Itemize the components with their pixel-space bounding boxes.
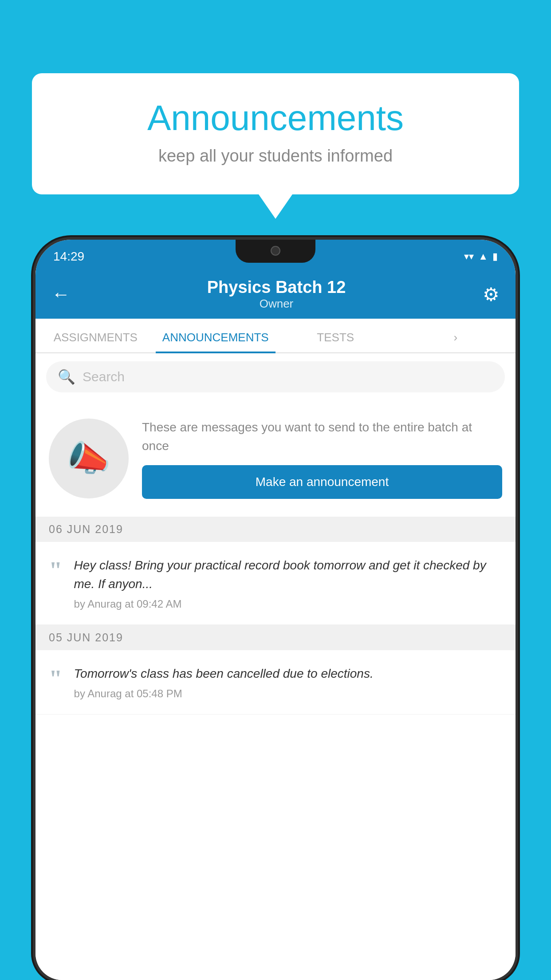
speech-bubble-title: Announcements (59, 98, 492, 138)
speech-bubble-subtitle: keep all your students informed (59, 146, 492, 166)
make-announcement-button[interactable]: Make an announcement (142, 465, 502, 499)
tabs-bar: ASSIGNMENTS ANNOUNCEMENTS TESTS › (35, 319, 516, 353)
announcement-text-area-2: Tomorrow's class has been cancelled due … (74, 664, 502, 700)
search-input-wrapper[interactable]: 🔍 Search (46, 361, 505, 392)
header-batch-name: Physics Batch 12 (70, 278, 483, 297)
search-bar-container: 🔍 Search (35, 353, 516, 400)
content-scroll-area[interactable]: 🔍 Search 📣 These are messages you want t… (35, 353, 516, 980)
quote-icon-2: " (49, 666, 63, 691)
phone-frame: 14:29 ▾▾ ▲ ▮ ← Physics Batch 12 Owner ⚙ … (35, 240, 516, 980)
tab-tests[interactable]: TESTS (276, 331, 396, 352)
announcement-text-area-1: Hey class! Bring your practical record b… (74, 556, 502, 610)
announcement-item-1: " Hey class! Bring your practical record… (35, 542, 516, 625)
megaphone-circle: 📣 (49, 419, 129, 498)
phone-inner: 14:29 ▾▾ ▲ ▮ ← Physics Batch 12 Owner ⚙ … (35, 240, 516, 980)
announcement-meta-1: by Anurag at 09:42 AM (74, 598, 502, 610)
tab-announcements[interactable]: ANNOUNCEMENTS (156, 331, 276, 352)
speech-bubble: Announcements keep all your students inf… (32, 73, 519, 194)
announcement-meta-2: by Anurag at 05:48 PM (74, 688, 502, 700)
announcement-promo: 📣 These are messages you want to send to… (35, 400, 516, 517)
battery-icon: ▮ (492, 251, 498, 262)
header-owner-label: Owner (70, 297, 483, 311)
wifi-icon: ▾▾ (464, 251, 474, 262)
phone-notch (236, 240, 315, 263)
app-header: ← Physics Batch 12 Owner ⚙ (35, 270, 516, 319)
date-divider-2: 05 JUN 2019 (35, 625, 516, 650)
tab-assignments[interactable]: ASSIGNMENTS (35, 331, 156, 352)
tab-more[interactable]: › (396, 331, 516, 352)
back-button[interactable]: ← (51, 284, 70, 305)
phone-camera (271, 246, 280, 256)
search-placeholder: Search (83, 369, 125, 384)
signal-icon: ▲ (478, 251, 488, 262)
settings-icon[interactable]: ⚙ (483, 284, 500, 305)
speech-bubble-arrow (259, 194, 292, 219)
quote-icon-1: " (49, 558, 63, 582)
phone-screen: ← Physics Batch 12 Owner ⚙ ASSIGNMENTS A… (35, 270, 516, 980)
status-icons: ▾▾ ▲ ▮ (464, 251, 498, 262)
date-divider-1: 06 JUN 2019 (35, 517, 516, 542)
header-title-area: Physics Batch 12 Owner (70, 278, 483, 311)
promo-description: These are messages you want to send to t… (142, 418, 502, 455)
status-time: 14:29 (53, 249, 84, 264)
announcement-text-2: Tomorrow's class has been cancelled due … (74, 664, 502, 683)
speech-bubble-container: Announcements keep all your students inf… (32, 73, 519, 219)
megaphone-icon: 📣 (67, 438, 111, 479)
announcement-text-1: Hey class! Bring your practical record b… (74, 556, 502, 593)
search-icon: 🔍 (58, 368, 75, 385)
announcement-item-2: " Tomorrow's class has been cancelled du… (35, 650, 516, 715)
promo-right: These are messages you want to send to t… (142, 418, 502, 499)
